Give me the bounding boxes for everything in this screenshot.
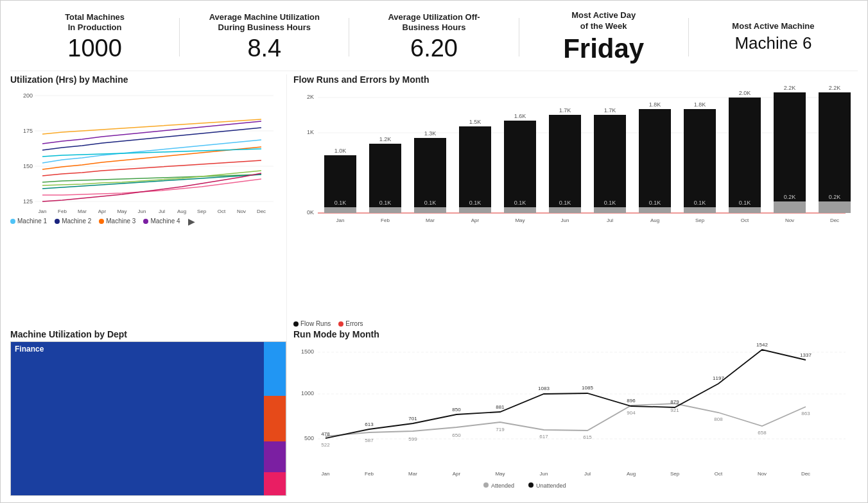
svg-text:Mar: Mar [408, 471, 417, 477]
bar-apr-errors [459, 207, 491, 213]
svg-text:1083: 1083 [538, 386, 550, 391]
svg-text:0K: 0K [307, 209, 314, 216]
run-mode-chart: Attended and Unattended 1500 1000 500 [293, 341, 858, 496]
kpi-total-machines: Total MachinesIn Production 1000 [10, 12, 179, 63]
svg-text:Jan: Jan [336, 217, 345, 223]
svg-text:Feb: Feb [58, 209, 67, 214]
svg-text:500: 500 [304, 435, 314, 441]
bar-jun [549, 115, 581, 213]
legend-more-arrow[interactable]: ▶ [188, 216, 195, 226]
bar-dec-errors [819, 201, 851, 213]
svg-text:587: 587 [365, 438, 374, 443]
svg-text:Dec: Dec [830, 217, 839, 223]
bar-mar-errors [414, 207, 446, 213]
svg-text:Sep: Sep [670, 471, 680, 477]
svg-text:Sep: Sep [695, 217, 705, 223]
svg-text:Jun: Jun [138, 209, 146, 214]
svg-text:1.2K: 1.2K [379, 136, 392, 142]
svg-text:Aug: Aug [177, 209, 186, 214]
svg-point-109 [528, 482, 534, 488]
svg-text:Dec: Dec [801, 471, 810, 477]
svg-text:850: 850 [452, 407, 461, 413]
svg-text:896: 896 [627, 398, 636, 404]
bottom-row: Machine Utilization by Dept Finance Run … [10, 329, 858, 496]
errors-dot [338, 321, 343, 327]
kpi-most-active-day-value: Friday [519, 33, 688, 64]
bar-nov [774, 92, 806, 207]
bar-nov-errors [774, 201, 806, 213]
svg-text:Nov: Nov [785, 217, 794, 223]
svg-text:Jun: Jun [540, 471, 548, 477]
svg-text:0.1K: 0.1K [514, 200, 526, 206]
treemap-side [264, 342, 286, 495]
machine1-label: Machine 1 [17, 217, 47, 225]
svg-text:Sep: Sep [197, 209, 207, 214]
bar-sep-errors [684, 207, 716, 213]
kpi-total-machines-title: Total MachinesIn Production [10, 12, 179, 34]
bar-jan-errors [324, 207, 356, 213]
svg-text:Jun: Jun [561, 217, 569, 223]
svg-text:Aug: Aug [650, 217, 659, 223]
svg-text:Apr: Apr [98, 209, 107, 214]
svg-text:Oct: Oct [715, 471, 723, 477]
svg-text:863: 863 [801, 411, 810, 416]
svg-text:921: 921 [670, 407, 679, 413]
bar-aug [639, 109, 671, 213]
svg-text:522: 522 [321, 442, 330, 448]
svg-text:0.2K: 0.2K [829, 194, 841, 200]
utilization-chart-title: Utilization (Hrs) by Machine [10, 74, 286, 85]
svg-text:0.1K: 0.1K [604, 200, 616, 206]
kpi-most-active-day: Most Active Dayof the Week Friday [519, 10, 688, 64]
svg-text:599: 599 [408, 436, 417, 442]
svg-text:879: 879 [670, 399, 679, 405]
svg-text:1085: 1085 [582, 385, 593, 391]
attended-line [326, 404, 806, 436]
svg-text:Jan: Jan [322, 471, 330, 477]
svg-text:Dec: Dec [257, 209, 266, 214]
errors-label: Errors [345, 320, 363, 327]
machine3-dot [99, 219, 104, 224]
dashboard: Total MachinesIn Production 1000 Average… [0, 0, 868, 503]
svg-text:Apr: Apr [453, 471, 461, 477]
svg-text:150: 150 [23, 163, 33, 169]
svg-text:0.1K: 0.1K [649, 200, 661, 206]
bar-jul [594, 115, 626, 213]
svg-text:615: 615 [583, 434, 592, 440]
treemap-finance: Finance [11, 342, 264, 495]
treemap-blue [264, 342, 286, 396]
svg-text:Nov: Nov [758, 471, 767, 477]
kpi-avg-off: Average Utilization Off-Business Hours 6… [349, 12, 518, 63]
machine4-dot [143, 219, 148, 224]
bar-dec [819, 92, 851, 207]
kpi-most-active-day-title: Most Active Dayof the Week [519, 10, 688, 32]
svg-text:1500: 1500 [301, 348, 314, 355]
kpi-avg-off-value: 6.20 [349, 35, 518, 62]
svg-text:650: 650 [452, 432, 461, 438]
svg-text:0.1K: 0.1K [379, 200, 392, 206]
svg-text:May: May [495, 471, 505, 477]
svg-text:Apr: Apr [471, 217, 480, 223]
utilization-line-chart: Processing Time (Hrs) 200 175 150 125 Ja… [10, 86, 286, 214]
svg-text:1.0K: 1.0K [334, 148, 347, 154]
svg-text:Unattended: Unattended [536, 482, 566, 488]
kpi-avg-business-title: Average Machine UtilizationDuring Busine… [180, 12, 349, 34]
bar-jun-errors [549, 207, 581, 213]
svg-text:658: 658 [758, 430, 767, 436]
machine2-label: Machine 2 [62, 217, 91, 225]
svg-text:2K: 2K [307, 94, 314, 100]
legend-machine4: Machine 4 [143, 217, 180, 225]
legend-machine3: Machine 3 [99, 217, 135, 225]
kpi-avg-business-value: 8.4 [180, 35, 349, 62]
svg-text:1K: 1K [307, 129, 314, 135]
svg-text:Jul: Jul [607, 217, 613, 223]
svg-text:Jan: Jan [39, 209, 47, 214]
treemap-chart: Finance [10, 341, 286, 496]
svg-text:Oct: Oct [218, 209, 226, 214]
treemap-purple [264, 441, 286, 472]
svg-text:808: 808 [714, 416, 723, 422]
svg-text:125: 125 [23, 198, 33, 205]
charts-upper-row: Utilization (Hrs) by Machine Processing … [10, 74, 858, 329]
kpi-avg-off-title: Average Utilization Off-Business Hours [349, 12, 518, 34]
svg-text:Feb: Feb [365, 471, 374, 477]
svg-text:617: 617 [539, 434, 548, 439]
